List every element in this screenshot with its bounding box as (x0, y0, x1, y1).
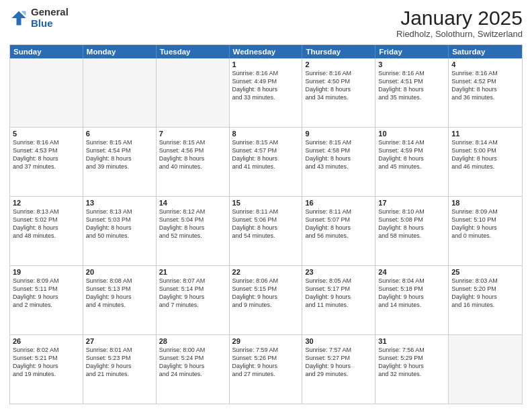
logo-general: General (31, 6, 69, 17)
day-info: Sunrise: 8:11 AM Sunset: 5:07 PM Dayligh… (305, 208, 372, 240)
calendar-cell: 21Sunrise: 8:07 AM Sunset: 5:14 PM Dayli… (157, 266, 230, 334)
day-info: Sunrise: 8:12 AM Sunset: 5:04 PM Dayligh… (159, 208, 226, 240)
day-number: 29 (232, 337, 300, 345)
day-number: 27 (86, 337, 153, 345)
calendar-header-cell: Sunday (10, 45, 83, 58)
calendar-week: 1Sunrise: 8:16 AM Sunset: 4:49 PM Daylig… (10, 58, 522, 128)
calendar-cell: 10Sunrise: 8:14 AM Sunset: 4:59 PM Dayli… (375, 128, 449, 196)
day-number: 16 (305, 199, 372, 207)
calendar-header-cell: Friday (375, 45, 449, 58)
day-info: Sunrise: 8:04 AM Sunset: 5:18 PM Dayligh… (378, 277, 445, 310)
calendar-cell: 22Sunrise: 8:06 AM Sunset: 5:15 PM Dayli… (230, 266, 303, 334)
calendar-cell: 31Sunrise: 7:56 AM Sunset: 5:29 PM Dayli… (375, 335, 449, 404)
calendar: SundayMondayTuesdayWednesdayThursdayFrid… (9, 44, 523, 404)
calendar-cell: 20Sunrise: 8:08 AM Sunset: 5:13 PM Dayli… (83, 266, 157, 334)
day-number: 22 (232, 268, 300, 276)
calendar-cell-empty (449, 335, 522, 404)
day-number: 12 (13, 199, 80, 207)
calendar-cell: 28Sunrise: 8:00 AM Sunset: 5:24 PM Dayli… (157, 335, 230, 404)
calendar-subtitle: Riedholz, Solothurn, Switzerland (396, 29, 523, 39)
day-number: 17 (378, 199, 445, 207)
day-number: 8 (232, 130, 300, 138)
logo: General Blue (9, 7, 69, 29)
day-info: Sunrise: 7:59 AM Sunset: 5:26 PM Dayligh… (232, 346, 300, 379)
calendar-cell: 18Sunrise: 8:09 AM Sunset: 5:10 PM Dayli… (449, 197, 522, 265)
day-number: 15 (232, 199, 300, 207)
day-number: 11 (451, 130, 519, 138)
day-info: Sunrise: 8:07 AM Sunset: 5:14 PM Dayligh… (159, 277, 226, 310)
day-info: Sunrise: 8:14 AM Sunset: 4:59 PM Dayligh… (378, 138, 445, 171)
calendar-cell: 29Sunrise: 7:59 AM Sunset: 5:26 PM Dayli… (230, 335, 303, 404)
day-number: 30 (305, 337, 372, 345)
day-number: 1 (232, 60, 300, 68)
day-info: Sunrise: 8:16 AM Sunset: 4:51 PM Dayligh… (378, 69, 445, 102)
day-number: 9 (305, 130, 372, 138)
day-info: Sunrise: 8:15 AM Sunset: 4:58 PM Dayligh… (305, 138, 372, 171)
day-number: 19 (13, 268, 80, 276)
day-info: Sunrise: 8:06 AM Sunset: 5:15 PM Dayligh… (232, 277, 300, 310)
day-number: 3 (378, 60, 445, 68)
calendar-week: 5Sunrise: 8:16 AM Sunset: 4:53 PM Daylig… (10, 128, 522, 197)
day-info: Sunrise: 8:15 AM Sunset: 4:56 PM Dayligh… (159, 138, 226, 171)
day-info: Sunrise: 8:16 AM Sunset: 4:53 PM Dayligh… (13, 138, 80, 171)
day-number: 10 (378, 130, 445, 138)
calendar-cell-empty (10, 58, 83, 127)
header: General Blue January 2025 Riedholz, Solo… (9, 7, 523, 39)
calendar-cell: 8Sunrise: 8:15 AM Sunset: 4:57 PM Daylig… (230, 128, 303, 196)
day-info: Sunrise: 8:01 AM Sunset: 5:23 PM Dayligh… (86, 346, 153, 379)
calendar-body: 1Sunrise: 8:16 AM Sunset: 4:49 PM Daylig… (10, 58, 522, 404)
day-number: 7 (159, 130, 226, 138)
calendar-week: 19Sunrise: 8:09 AM Sunset: 5:11 PM Dayli… (10, 266, 522, 335)
day-info: Sunrise: 7:57 AM Sunset: 5:27 PM Dayligh… (305, 346, 372, 379)
day-number: 5 (13, 130, 80, 138)
calendar-cell: 30Sunrise: 7:57 AM Sunset: 5:27 PM Dayli… (302, 335, 375, 404)
calendar-header-cell: Wednesday (230, 45, 303, 58)
day-info: Sunrise: 8:16 AM Sunset: 4:50 PM Dayligh… (305, 69, 372, 102)
day-info: Sunrise: 8:15 AM Sunset: 4:54 PM Dayligh… (86, 138, 153, 171)
day-number: 13 (86, 199, 153, 207)
calendar-cell: 17Sunrise: 8:10 AM Sunset: 5:08 PM Dayli… (375, 197, 449, 265)
logo-icon (9, 9, 28, 28)
calendar-cell: 4Sunrise: 8:16 AM Sunset: 4:52 PM Daylig… (449, 58, 522, 127)
calendar-cell: 27Sunrise: 8:01 AM Sunset: 5:23 PM Dayli… (83, 335, 157, 404)
calendar-cell: 5Sunrise: 8:16 AM Sunset: 4:53 PM Daylig… (10, 128, 83, 196)
calendar-cell: 14Sunrise: 8:12 AM Sunset: 5:04 PM Dayli… (157, 197, 230, 265)
calendar-cell: 19Sunrise: 8:09 AM Sunset: 5:11 PM Dayli… (10, 266, 83, 334)
day-info: Sunrise: 8:02 AM Sunset: 5:21 PM Dayligh… (13, 346, 80, 379)
day-number: 4 (451, 60, 519, 68)
calendar-cell: 2Sunrise: 8:16 AM Sunset: 4:50 PM Daylig… (302, 58, 375, 127)
calendar-cell: 6Sunrise: 8:15 AM Sunset: 4:54 PM Daylig… (83, 128, 157, 196)
day-number: 18 (451, 199, 519, 207)
calendar-cell: 24Sunrise: 8:04 AM Sunset: 5:18 PM Dayli… (375, 266, 449, 334)
calendar-cell: 26Sunrise: 8:02 AM Sunset: 5:21 PM Dayli… (10, 335, 83, 404)
calendar-title: January 2025 (396, 7, 523, 29)
day-info: Sunrise: 8:14 AM Sunset: 5:00 PM Dayligh… (451, 138, 519, 171)
day-info: Sunrise: 8:10 AM Sunset: 5:08 PM Dayligh… (378, 208, 445, 240)
day-info: Sunrise: 8:00 AM Sunset: 5:24 PM Dayligh… (159, 346, 226, 379)
calendar-cell: 16Sunrise: 8:11 AM Sunset: 5:07 PM Dayli… (302, 197, 375, 265)
day-number: 23 (305, 268, 372, 276)
calendar-cell: 23Sunrise: 8:05 AM Sunset: 5:17 PM Dayli… (302, 266, 375, 334)
day-info: Sunrise: 8:16 AM Sunset: 4:52 PM Dayligh… (451, 69, 519, 102)
day-number: 2 (305, 60, 372, 68)
logo-blue: Blue (31, 17, 53, 29)
calendar-cell: 25Sunrise: 8:03 AM Sunset: 5:20 PM Dayli… (449, 266, 522, 334)
day-number: 31 (378, 337, 445, 345)
day-info: Sunrise: 8:15 AM Sunset: 4:57 PM Dayligh… (232, 138, 300, 171)
calendar-header-cell: Monday (83, 45, 157, 58)
day-info: Sunrise: 7:56 AM Sunset: 5:29 PM Dayligh… (378, 346, 445, 379)
day-info: Sunrise: 8:13 AM Sunset: 5:03 PM Dayligh… (86, 208, 153, 240)
day-info: Sunrise: 8:03 AM Sunset: 5:20 PM Dayligh… (451, 277, 519, 310)
calendar-header-cell: Tuesday (157, 45, 230, 58)
day-info: Sunrise: 8:05 AM Sunset: 5:17 PM Dayligh… (305, 277, 372, 310)
day-number: 28 (159, 337, 226, 345)
calendar-cell: 3Sunrise: 8:16 AM Sunset: 4:51 PM Daylig… (375, 58, 449, 127)
calendar-cell: 13Sunrise: 8:13 AM Sunset: 5:03 PM Dayli… (83, 197, 157, 265)
calendar-header-cell: Saturday (449, 45, 522, 58)
day-number: 6 (86, 130, 153, 138)
day-info: Sunrise: 8:16 AM Sunset: 4:49 PM Dayligh… (232, 69, 300, 102)
page: General Blue January 2025 Riedholz, Solo… (0, 0, 532, 411)
day-info: Sunrise: 8:11 AM Sunset: 5:06 PM Dayligh… (232, 208, 300, 240)
calendar-cell: 15Sunrise: 8:11 AM Sunset: 5:06 PM Dayli… (230, 197, 303, 265)
calendar-week: 12Sunrise: 8:13 AM Sunset: 5:02 PM Dayli… (10, 197, 522, 266)
